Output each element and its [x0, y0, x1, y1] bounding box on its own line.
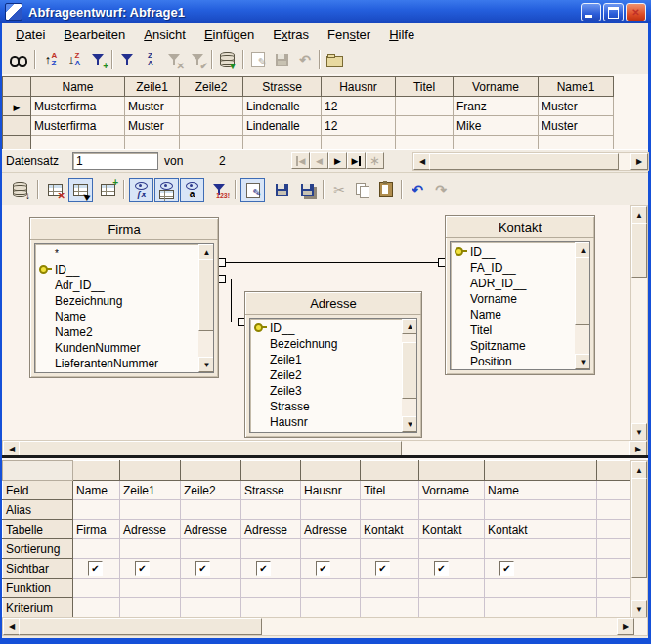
- grid-cell[interactable]: [485, 500, 597, 520]
- add-table-button[interactable]: +: [96, 178, 119, 201]
- table-name-toggle-button[interactable]: [154, 178, 179, 202]
- cell[interactable]: [243, 136, 322, 150]
- scroll-up-button[interactable]: ▲: [631, 206, 647, 224]
- field-item[interactable]: Vorname: [451, 291, 589, 307]
- table-design-area[interactable]: Firma * ID__ Adr_ID__ Bezeichnung Name N…: [2, 205, 648, 455]
- save-record-button[interactable]: [270, 48, 293, 71]
- record-number-input[interactable]: 1: [72, 152, 158, 170]
- cell[interactable]: [180, 97, 243, 116]
- scroll-right-button[interactable]: ▶: [630, 153, 648, 170]
- column-header[interactable]: Name: [31, 77, 125, 97]
- menu-fenster[interactable]: Fenster: [323, 25, 375, 44]
- run-query-button[interactable]: ↓: [8, 178, 31, 201]
- grid-cell[interactable]: Hausnr: [301, 481, 361, 500]
- sort-ascending-button[interactable]: ↑ AZ: [39, 48, 63, 71]
- paste-button[interactable]: [374, 178, 398, 201]
- field-item[interactable]: KundenNummer: [35, 340, 213, 356]
- grid-column-header[interactable]: [241, 461, 301, 481]
- field-item[interactable]: ID__: [250, 321, 416, 336]
- sichtbar-checkbox[interactable]: ✔: [195, 561, 210, 576]
- field-item[interactable]: Zeile2: [250, 367, 416, 383]
- clear-query-button[interactable]: ✕: [43, 178, 66, 201]
- row-selector[interactable]: [3, 136, 31, 150]
- grid-cell[interactable]: [241, 539, 301, 559]
- field-list-scrollbar[interactable]: ▲ ▼: [575, 242, 589, 369]
- cell[interactable]: 12: [322, 116, 396, 136]
- cell[interactable]: [322, 136, 396, 150]
- grid-cell[interactable]: [361, 579, 419, 598]
- field-item[interactable]: *: [35, 246, 213, 262]
- field-item[interactable]: Postfach: [250, 430, 416, 433]
- cell[interactable]: 12: [322, 97, 396, 116]
- field-item[interactable]: Strasse: [250, 399, 416, 414]
- standard-filter-button[interactable]: [115, 48, 139, 71]
- relation-line-firma-kontakt[interactable]: [224, 262, 441, 263]
- grid-cell[interactable]: [419, 500, 485, 520]
- grid-cell[interactable]: [120, 500, 181, 520]
- find-record-button[interactable]: [7, 48, 30, 71]
- grid-cell[interactable]: [181, 579, 241, 598]
- field-item[interactable]: Name2: [35, 324, 213, 340]
- grid-cell[interactable]: Name: [485, 481, 597, 500]
- grid-cell[interactable]: [120, 598, 181, 618]
- design-view-toggle-button[interactable]: ▲: [68, 178, 93, 202]
- grid-column-header[interactable]: [485, 461, 597, 481]
- previous-record-button[interactable]: ◀: [310, 152, 328, 169]
- grid-cell[interactable]: Kontakt: [419, 520, 485, 539]
- grid-cell[interactable]: [181, 500, 241, 520]
- sichtbar-checkbox[interactable]: ✔: [88, 561, 103, 576]
- grid-column-header[interactable]: [120, 461, 181, 481]
- edit-toggle-button[interactable]: ✎: [240, 178, 265, 202]
- field-item[interactable]: LieferantenNummer: [35, 356, 213, 371]
- sort-descending-button[interactable]: ↓ ZA: [63, 48, 86, 71]
- grid-cell[interactable]: Kontakt: [361, 520, 419, 539]
- cell[interactable]: [31, 136, 125, 150]
- redo-button[interactable]: ↷: [429, 178, 453, 201]
- column-header[interactable]: Strasse: [243, 77, 322, 97]
- scroll-right-button[interactable]: ▶: [629, 441, 647, 455]
- cell[interactable]: [125, 136, 180, 150]
- field-item[interactable]: Bezeichnung: [35, 293, 213, 309]
- grid-cell[interactable]: Adresse: [301, 520, 361, 539]
- new-record-button[interactable]: ∗: [366, 152, 384, 169]
- cell[interactable]: Franz: [454, 97, 539, 116]
- grid-cell[interactable]: [597, 481, 631, 500]
- title-bar[interactable]: Abfrageentwurf: Abfrage1 ✕: [0, 0, 651, 23]
- grid-cell[interactable]: [73, 579, 120, 598]
- autofilter-button[interactable]: +: [86, 48, 109, 71]
- grid-cell[interactable]: [301, 500, 361, 520]
- grid-cell[interactable]: [73, 598, 120, 618]
- grid-cell[interactable]: [181, 598, 241, 618]
- table-panel-adresse[interactable]: Adresse ID__ Bezeichnung Zeile1 Zeile2 Z…: [244, 291, 422, 438]
- column-header[interactable]: Vorname: [454, 77, 539, 97]
- copy-button[interactable]: [351, 178, 374, 201]
- menu-extras[interactable]: Extras: [268, 25, 314, 44]
- field-item[interactable]: Name: [451, 307, 589, 322]
- refresh-button[interactable]: ▼: [215, 48, 239, 71]
- sort-dialog-button[interactable]: ZA: [139, 48, 162, 71]
- scroll-thumb[interactable]: [631, 223, 647, 278]
- scroll-up-button[interactable]: ▲: [575, 242, 590, 258]
- scroll-thumb[interactable]: [19, 618, 262, 635]
- scroll-thumb[interactable]: [429, 153, 619, 170]
- cell[interactable]: Lindenalle: [243, 97, 322, 116]
- functions-toggle-button[interactable]: ƒx: [129, 178, 153, 202]
- remove-filter-button[interactable]: ✕: [162, 48, 186, 71]
- grid-cell[interactable]: [597, 579, 631, 598]
- cell[interactable]: Lindenalle: [243, 116, 322, 136]
- cell[interactable]: [539, 136, 614, 150]
- cell[interactable]: Musterfirma: [31, 116, 125, 136]
- field-list-scrollbar[interactable]: ▲ ▼: [402, 319, 416, 432]
- field-item[interactable]: ID__: [451, 244, 589, 260]
- menu-einfuegen[interactable]: Einfügen: [199, 25, 259, 44]
- grid-cell[interactable]: [485, 598, 597, 618]
- sichtbar-checkbox[interactable]: ✔: [499, 561, 514, 576]
- scroll-thumb[interactable]: [575, 257, 590, 325]
- scroll-up-button[interactable]: ▲: [198, 244, 214, 260]
- row-selector[interactable]: ▶: [3, 97, 31, 116]
- field-item[interactable]: ID__: [35, 262, 213, 278]
- field-item[interactable]: Position: [451, 354, 589, 369]
- close-button[interactable]: ✕: [626, 3, 646, 21]
- grid-cell[interactable]: Adresse: [241, 520, 301, 539]
- grid-cell[interactable]: Titel: [361, 481, 419, 500]
